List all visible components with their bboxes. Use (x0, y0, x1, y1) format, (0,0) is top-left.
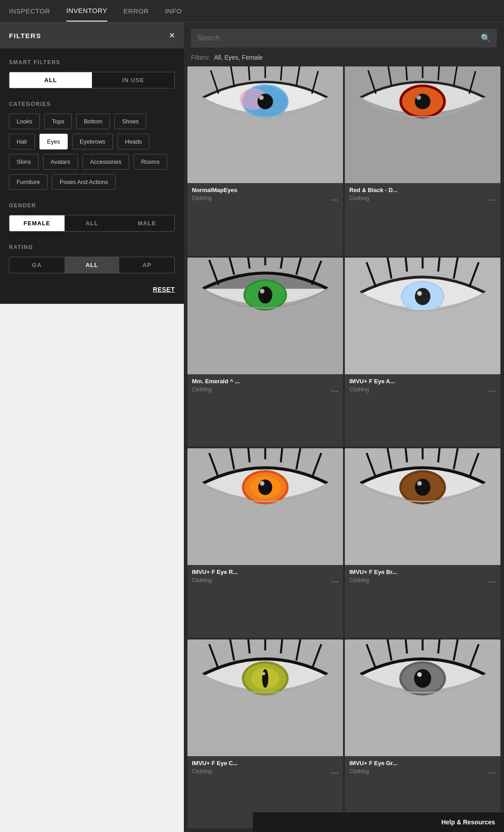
item-footer: Clothing ... (349, 576, 496, 584)
active-filters-text: All, Eyes, Female (214, 54, 263, 61)
item-image (345, 66, 500, 183)
filters-spacer (0, 304, 184, 832)
list-item[interactable]: NormalMapEyes Clothing ... (187, 66, 343, 256)
tab-info[interactable]: INFO (165, 1, 182, 21)
item-info: Red & Black - D... Clothing ... (345, 183, 500, 205)
tag-avatars[interactable]: Avatars (43, 154, 78, 170)
list-item[interactable]: Mm. Emerald ^ ... Clothing ... (187, 258, 343, 447)
tab-inspector[interactable]: INSPECTOR (9, 1, 50, 21)
gender-male[interactable]: MALE (119, 215, 174, 231)
item-menu-button[interactable]: ... (489, 767, 496, 775)
item-footer: Clothing ... (192, 194, 339, 202)
tag-bottom[interactable]: Bottom (76, 114, 110, 129)
filters-close-button[interactable]: × (169, 30, 175, 41)
tag-heads[interactable]: Heads (117, 134, 150, 149)
tab-inventory[interactable]: INVENTORY (66, 0, 107, 22)
tag-eyebrows[interactable]: Eyebrows (72, 134, 113, 149)
item-name: NormalMapEyes (192, 187, 339, 193)
tab-error[interactable]: ERROR (123, 1, 149, 21)
tag-rooms[interactable]: Rooms (134, 154, 167, 170)
categories-section: CATEGORIES Looks Tops Bottom Shoes Hair … (9, 101, 175, 190)
tag-tops[interactable]: Tops (44, 114, 72, 129)
categories-label: CATEGORIES (9, 101, 175, 107)
filters-title: FILTERS (9, 32, 41, 39)
categories-tags: Looks Tops Bottom Shoes Hair Eyes Eyebro… (9, 114, 175, 190)
item-name: IMVU+ F Eye Br... (349, 569, 496, 575)
tag-shoes[interactable]: Shoes (114, 114, 146, 129)
list-item[interactable]: IMVU+ F Eye Gr... Clothing ... (345, 639, 500, 829)
filters-header: FILTERS × (0, 22, 184, 48)
list-item[interactable]: IMVU+ F Eye Br... Clothing ... (345, 448, 500, 638)
svg-point-99 (417, 672, 421, 676)
svg-point-36 (258, 286, 272, 303)
rating-ga[interactable]: GA (9, 257, 65, 273)
smart-filters-toggle: ALL IN USE (9, 72, 175, 88)
inventory-grid[interactable]: NormalMapEyes Clothing ... (184, 66, 504, 832)
item-menu-button[interactable]: ... (489, 385, 496, 394)
svg-rect-38 (345, 258, 500, 374)
rating-all[interactable]: ALL (65, 257, 120, 273)
search-bar: 🔍 (184, 22, 504, 54)
tag-skins[interactable]: Skins (9, 154, 39, 170)
list-item[interactable]: IMVU+ F Eye A... Clothing ... (345, 258, 500, 447)
list-item[interactable]: Red & Black - D... Clothing ... (345, 66, 500, 256)
item-category: Clothing (349, 386, 369, 393)
item-info: IMVU+ F Eye A... Clothing ... (345, 374, 500, 396)
item-name: Red & Black - D... (349, 187, 496, 193)
tag-looks[interactable]: Looks (9, 114, 40, 129)
svg-point-61 (258, 479, 272, 495)
item-footer: Clothing ... (192, 576, 339, 584)
help-resources-banner[interactable]: Help & Resources (253, 812, 504, 832)
item-footer: Clothing ... (349, 767, 496, 775)
gender-all[interactable]: ALL (65, 215, 120, 231)
rating-section: RATING GA ALL AP (9, 244, 175, 273)
item-image (345, 258, 500, 374)
item-menu-button[interactable]: ... (331, 767, 339, 775)
smart-filters-label: SMART FILTERS (9, 59, 175, 66)
item-image (345, 639, 500, 756)
svg-point-87 (262, 672, 265, 675)
item-category: Clothing (349, 768, 369, 775)
list-item[interactable]: IMVU+ F Eye R... Clothing ... (187, 448, 343, 638)
main-layout: FILTERS × SMART FILTERS ALL IN USE CATEG… (0, 22, 504, 832)
gender-label: GENDER (9, 202, 175, 209)
tag-eyes[interactable]: Eyes (39, 134, 68, 149)
svg-point-73 (415, 479, 430, 496)
top-nav: INSPECTOR INVENTORY ERROR INFO (0, 0, 504, 22)
tag-accessories[interactable]: Accessories (83, 154, 129, 170)
search-input[interactable] (197, 34, 481, 42)
svg-point-12 (259, 95, 264, 100)
item-image (187, 66, 343, 183)
item-category: Clothing (349, 195, 369, 201)
gender-female[interactable]: FEMALE (9, 215, 65, 231)
svg-point-74 (417, 481, 421, 486)
tag-hair[interactable]: Hair (9, 134, 35, 149)
rating-ap[interactable]: AP (119, 257, 174, 273)
item-menu-button[interactable]: ... (489, 576, 496, 584)
item-footer: Clothing ... (192, 767, 339, 775)
smart-filter-all[interactable]: ALL (9, 72, 92, 88)
item-name: IMVU+ F Eye Gr... (349, 760, 496, 766)
item-menu-button[interactable]: ... (331, 385, 339, 394)
item-image (187, 258, 343, 374)
item-footer: Clothing ... (349, 194, 496, 202)
item-menu-button[interactable]: ... (331, 576, 339, 584)
item-image (345, 448, 500, 565)
item-name: IMVU+ F Eye A... (349, 378, 496, 385)
reset-button[interactable]: RESET (153, 286, 175, 293)
item-image (187, 448, 343, 565)
item-category: Clothing (192, 768, 212, 775)
tag-poses-and-actions[interactable]: Poses And Actions (52, 174, 116, 190)
svg-rect-75 (187, 639, 343, 756)
svg-point-98 (414, 669, 431, 687)
item-menu-button[interactable]: ... (331, 194, 339, 202)
item-menu-button[interactable]: ... (489, 194, 496, 202)
item-image (187, 639, 343, 756)
rating-label: RATING (9, 244, 175, 250)
svg-point-25 (417, 95, 421, 100)
item-info: IMVU+ F Eye R... Clothing ... (187, 565, 343, 587)
smart-filter-in-use[interactable]: IN USE (92, 72, 174, 88)
list-item[interactable]: IMVU+ F Eye C... Clothing ... (187, 639, 343, 829)
svg-rect-88 (345, 639, 500, 756)
tag-furniture[interactable]: Furniture (9, 174, 48, 190)
